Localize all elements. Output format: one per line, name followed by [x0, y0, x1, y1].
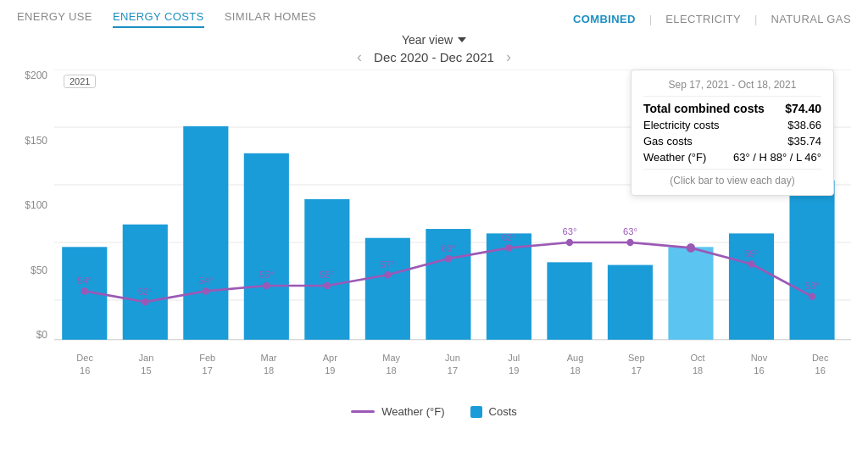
y-label-50: $50 — [31, 264, 47, 276]
temp-label-0: 54° — [77, 276, 92, 286]
tab-group: ENERGY USE ENERGY COSTS SIMILAR HOMES — [17, 10, 316, 28]
x-label-8: Aug18 — [557, 352, 594, 376]
temp-label-3: 55° — [259, 270, 274, 280]
tab-energy-use[interactable]: ENERGY USE — [17, 10, 92, 28]
x-label-7: Jul19 — [495, 352, 532, 376]
temp-label-1: 52° — [138, 286, 153, 296]
dropdown-arrow-icon — [458, 37, 466, 42]
weather-dot-4 — [324, 282, 331, 290]
y-label-0: $0 — [36, 329, 47, 341]
top-nav: ENERGY USE ENERGY COSTS SIMILAR HOMES CO… — [17, 10, 851, 28]
bar-5[interactable] — [365, 238, 410, 340]
date-range-label: Dec 2020 - Dec 2021 — [374, 50, 494, 64]
tooltip-gas-value: $35.74 — [787, 135, 821, 148]
filter-electricity[interactable]: ELECTRICITY — [665, 13, 741, 25]
x-label-4: Apr19 — [311, 352, 348, 376]
chart-area: 2021 $200 $150 $100 $50 $0 — [17, 70, 851, 400]
tooltip-gas-label: Gas costs — [643, 135, 693, 148]
x-label-10: Oct18 — [679, 352, 716, 376]
weather-dot-11 — [748, 260, 754, 268]
legend-weather-label: Weather (°F) — [381, 405, 444, 418]
date-nav-row: ‹ Dec 2020 - Dec 2021 › — [17, 48, 851, 66]
bar-2[interactable] — [183, 126, 228, 340]
bar-3[interactable] — [244, 153, 289, 340]
weather-dot-5 — [384, 271, 391, 279]
tooltip-total-value: $74.40 — [785, 102, 821, 115]
tooltip-total-label: Total combined costs — [643, 102, 765, 115]
filter-group: COMBINED | ELECTRICITY | NATURAL GAS — [573, 13, 851, 25]
legend-costs-label: Costs — [489, 405, 517, 418]
tooltip-weather-value: 63° / H 88° / L 46° — [733, 151, 821, 164]
weather-dot-9 — [626, 239, 633, 247]
y-label-100: $100 — [25, 199, 47, 211]
temp-label-9: 63° — [623, 226, 637, 237]
bar-12[interactable] — [789, 181, 834, 340]
bar-10[interactable] — [668, 247, 713, 339]
x-label-6: Jun17 — [434, 352, 471, 376]
temp-label-7: 62° — [502, 232, 516, 242]
tooltip-note: (Click bar to view each day) — [643, 169, 821, 186]
tooltip-weather-row: Weather (°F) 63° / H 88° / L 46° — [643, 151, 821, 164]
bar-1[interactable] — [123, 225, 168, 340]
tooltip-date: Sep 17, 2021 - Oct 18, 2021 — [643, 79, 821, 97]
tooltip-weather-label: Weather (°F) — [643, 151, 706, 164]
date-navigation: ‹ Dec 2020 - Dec 2021 › — [357, 48, 511, 66]
temp-label-11: 59° — [744, 248, 759, 259]
x-label-9: Sep17 — [618, 352, 655, 376]
bar-9[interactable] — [608, 265, 653, 340]
weather-dot-2 — [203, 287, 209, 295]
bar-8[interactable] — [547, 262, 592, 339]
filter-combined[interactable]: COMBINED — [573, 13, 636, 25]
x-label-0: Dec16 — [66, 352, 103, 376]
x-label-3: Mar18 — [250, 352, 287, 376]
y-label-200: $200 — [25, 70, 47, 81]
weather-dot-12 — [809, 293, 815, 301]
temp-label-5: 57° — [381, 259, 395, 270]
weather-dot-7 — [505, 244, 512, 252]
tab-similar-homes[interactable]: SIMILAR HOMES — [225, 10, 316, 28]
weather-dot-6 — [445, 255, 452, 263]
weather-dot-1 — [142, 298, 148, 306]
x-label-1: Jan15 — [127, 352, 164, 376]
main-container: ENERGY USE ENERGY COSTS SIMILAR HOMES CO… — [0, 0, 868, 462]
tooltip-total-row: Total combined costs $74.40 — [643, 102, 821, 115]
x-label-11: Nov16 — [740, 352, 777, 376]
tooltip-electricity-row: Electricity costs $38.66 — [643, 119, 821, 131]
y-label-150: $150 — [25, 135, 47, 147]
temp-label-8: 63° — [562, 226, 576, 237]
weather-dot-0 — [81, 287, 88, 295]
x-axis: Dec16 Jan15 Feb17 Mar18 Apr19 May18 Jun1… — [54, 352, 851, 376]
tooltip-electricity-value: $38.66 — [787, 119, 821, 131]
weather-dot-8 — [566, 239, 573, 247]
chart-legend: Weather (°F) Costs — [17, 405, 851, 418]
x-label-5: May18 — [373, 352, 410, 376]
tab-energy-costs[interactable]: ENERGY COSTS — [113, 10, 204, 28]
x-label-2: Feb17 — [189, 352, 226, 376]
view-selector[interactable]: Year view — [402, 33, 466, 47]
legend-costs: Costs — [470, 405, 517, 418]
prev-period-button[interactable]: ‹ — [357, 48, 362, 66]
temp-label-2: 54° — [198, 276, 213, 286]
filter-divider2: | — [754, 13, 757, 25]
tooltip: Sep 17, 2021 - Oct 18, 2021 Total combin… — [631, 70, 834, 196]
filter-divider1: | — [649, 13, 652, 25]
temp-label-12: 53° — [805, 281, 820, 291]
filter-natural-gas[interactable]: NATURAL GAS — [771, 13, 851, 25]
legend-weather-line — [351, 410, 375, 413]
chart-controls: Year view — [17, 33, 851, 47]
tooltip-gas-row: Gas costs $35.74 — [643, 135, 821, 148]
legend-weather: Weather (°F) — [351, 405, 444, 418]
y-axis: $200 $150 $100 $50 $0 — [17, 70, 54, 341]
weather-dot-10 — [687, 243, 695, 253]
x-label-12: Dec16 — [802, 352, 839, 376]
view-selector-label: Year view — [402, 33, 453, 47]
weather-dot-3 — [263, 282, 270, 290]
temp-label-6: 60° — [441, 242, 455, 253]
temp-label-4: 55° — [320, 270, 334, 280]
next-period-button[interactable]: › — [506, 48, 511, 66]
legend-costs-bar — [470, 406, 482, 418]
tooltip-electricity-label: Electricity costs — [643, 119, 720, 131]
